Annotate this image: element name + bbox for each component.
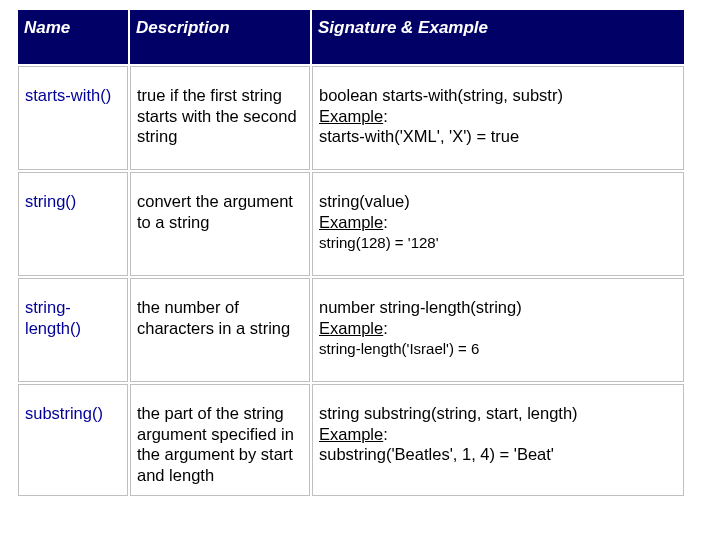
functions-table: Name Description Signature & Example sta… [16, 8, 686, 498]
fn-example: starts-with('XML', 'X') = true [319, 127, 519, 145]
fn-signature: string(value) [319, 192, 410, 210]
fn-signature-cell: string substring(string, start, length) … [312, 384, 684, 497]
header-row: Name Description Signature & Example [18, 10, 684, 64]
example-label: Example [319, 107, 383, 125]
fn-description: true if the first string starts with the… [130, 66, 310, 170]
table-row: string() convert the argument to a strin… [18, 172, 684, 276]
fn-name: string() [18, 172, 128, 276]
table-wrapper: Name Description Signature & Example sta… [0, 0, 720, 506]
fn-description: the part of the string argument specifie… [130, 384, 310, 497]
header-name: Name [18, 10, 128, 64]
table-row: string-length() the number of characters… [18, 278, 684, 382]
fn-name: substring() [18, 384, 128, 497]
fn-description: the number of characters in a string [130, 278, 310, 382]
fn-name: string-length() [18, 278, 128, 382]
fn-signature: boolean starts-with(string, substr) [319, 86, 563, 104]
fn-example: string-length('Israel') = 6 [319, 340, 479, 357]
fn-example: substring('Beatles', 1, 4) = 'Beat' [319, 445, 554, 463]
fn-signature-cell: number string-length(string) Example: st… [312, 278, 684, 382]
fn-example: string(128) = '128' [319, 234, 439, 251]
fn-signature: number string-length(string) [319, 298, 522, 316]
header-description: Description [130, 10, 310, 64]
fn-signature: string substring(string, start, length) [319, 404, 578, 422]
example-label: Example [319, 213, 383, 231]
fn-name: starts-with() [18, 66, 128, 170]
header-signature: Signature & Example [312, 10, 684, 64]
table-row: substring() the part of the string argum… [18, 384, 684, 497]
table-row: starts-with() true if the first string s… [18, 66, 684, 170]
fn-description: convert the argument to a string [130, 172, 310, 276]
fn-signature-cell: string(value) Example: string(128) = '12… [312, 172, 684, 276]
example-label: Example [319, 319, 383, 337]
example-label: Example [319, 425, 383, 443]
fn-signature-cell: boolean starts-with(string, substr) Exam… [312, 66, 684, 170]
